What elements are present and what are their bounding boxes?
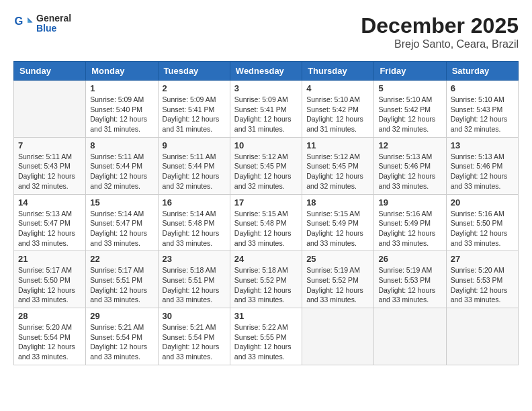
calendar-cell: 2Sunrise: 5:09 AM Sunset: 5:41 PM Daylig…: [158, 81, 230, 138]
day-number: 12: [378, 140, 441, 150]
calendar-cell: [446, 308, 518, 365]
calendar-cell: 10Sunrise: 5:12 AM Sunset: 5:45 PM Dayli…: [230, 137, 302, 194]
day-number: 15: [90, 197, 153, 208]
day-info: Sunrise: 5:11 AM Sunset: 5:44 PM Dayligh…: [90, 152, 153, 191]
calendar-header-saturday: Saturday: [446, 62, 518, 81]
day-info: Sunrise: 5:12 AM Sunset: 5:45 PM Dayligh…: [234, 152, 298, 191]
day-number: 1: [90, 83, 153, 93]
day-info: Sunrise: 5:18 AM Sunset: 5:52 PM Dayligh…: [234, 265, 298, 305]
calendar-cell: 11Sunrise: 5:12 AM Sunset: 5:45 PM Dayli…: [302, 137, 374, 194]
day-info: Sunrise: 5:16 AM Sunset: 5:50 PM Dayligh…: [451, 209, 514, 248]
day-number: 10: [234, 140, 298, 150]
calendar-cell: 30Sunrise: 5:21 AM Sunset: 5:54 PM Dayli…: [158, 308, 230, 365]
page-header: G General Blue December 2025 Brejo Santo…: [13, 13, 519, 50]
calendar-cell: 17Sunrise: 5:15 AM Sunset: 5:48 PM Dayli…: [230, 194, 302, 251]
day-number: 16: [163, 197, 226, 208]
calendar-header-tuesday: Tuesday: [158, 62, 230, 81]
calendar-header-friday: Friday: [374, 62, 446, 81]
month-title: December 2025: [361, 13, 519, 38]
calendar-cell: 3Sunrise: 5:09 AM Sunset: 5:41 PM Daylig…: [230, 81, 302, 138]
calendar-cell: 16Sunrise: 5:14 AM Sunset: 5:48 PM Dayli…: [158, 194, 230, 251]
day-number: 17: [234, 197, 298, 208]
day-number: 27: [451, 254, 514, 264]
day-info: Sunrise: 5:13 AM Sunset: 5:47 PM Dayligh…: [18, 209, 81, 248]
day-info: Sunrise: 5:15 AM Sunset: 5:48 PM Dayligh…: [234, 209, 298, 248]
day-info: Sunrise: 5:12 AM Sunset: 5:45 PM Dayligh…: [306, 152, 369, 191]
calendar-cell: 20Sunrise: 5:16 AM Sunset: 5:50 PM Dayli…: [446, 194, 518, 251]
calendar-cell: 29Sunrise: 5:21 AM Sunset: 5:54 PM Dayli…: [86, 308, 158, 365]
day-info: Sunrise: 5:19 AM Sunset: 5:53 PM Dayligh…: [378, 265, 441, 305]
calendar-cell: 31Sunrise: 5:22 AM Sunset: 5:55 PM Dayli…: [230, 308, 302, 365]
day-info: Sunrise: 5:11 AM Sunset: 5:43 PM Dayligh…: [18, 152, 81, 191]
day-info: Sunrise: 5:21 AM Sunset: 5:54 PM Dayligh…: [163, 322, 226, 362]
day-number: 21: [18, 254, 81, 264]
day-info: Sunrise: 5:20 AM Sunset: 5:54 PM Dayligh…: [18, 322, 81, 362]
calendar-cell: 15Sunrise: 5:14 AM Sunset: 5:47 PM Dayli…: [86, 194, 158, 251]
calendar-cell: 14Sunrise: 5:13 AM Sunset: 5:47 PM Dayli…: [14, 194, 86, 251]
calendar-cell: [302, 308, 374, 365]
day-number: 8: [90, 140, 153, 150]
calendar-cell: 25Sunrise: 5:19 AM Sunset: 5:52 PM Dayli…: [302, 251, 374, 308]
calendar-cell: 19Sunrise: 5:16 AM Sunset: 5:49 PM Dayli…: [374, 194, 446, 251]
day-info: Sunrise: 5:13 AM Sunset: 5:46 PM Dayligh…: [378, 152, 441, 191]
day-info: Sunrise: 5:09 AM Sunset: 5:41 PM Dayligh…: [163, 95, 226, 134]
logo-text: General Blue: [36, 13, 71, 34]
calendar-cell: 6Sunrise: 5:10 AM Sunset: 5:43 PM Daylig…: [446, 81, 518, 138]
calendar-week-5: 28Sunrise: 5:20 AM Sunset: 5:54 PM Dayli…: [14, 308, 519, 365]
day-info: Sunrise: 5:21 AM Sunset: 5:54 PM Dayligh…: [90, 322, 153, 362]
calendar-cell: 5Sunrise: 5:10 AM Sunset: 5:42 PM Daylig…: [374, 81, 446, 138]
logo: G General Blue: [13, 13, 71, 34]
calendar-cell: 13Sunrise: 5:13 AM Sunset: 5:46 PM Dayli…: [446, 137, 518, 194]
day-number: 31: [234, 311, 298, 321]
calendar-cell: 8Sunrise: 5:11 AM Sunset: 5:44 PM Daylig…: [86, 137, 158, 194]
calendar-cell: 23Sunrise: 5:18 AM Sunset: 5:51 PM Dayli…: [158, 251, 230, 308]
day-info: Sunrise: 5:14 AM Sunset: 5:47 PM Dayligh…: [90, 209, 153, 248]
day-number: 19: [378, 197, 441, 208]
day-number: 7: [18, 140, 81, 150]
day-info: Sunrise: 5:19 AM Sunset: 5:52 PM Dayligh…: [306, 265, 369, 305]
calendar-header-row: SundayMondayTuesdayWednesdayThursdayFrid…: [14, 62, 519, 81]
calendar-cell: 4Sunrise: 5:10 AM Sunset: 5:42 PM Daylig…: [302, 81, 374, 138]
calendar-header-monday: Monday: [86, 62, 158, 81]
day-info: Sunrise: 5:10 AM Sunset: 5:43 PM Dayligh…: [451, 95, 514, 134]
day-info: Sunrise: 5:11 AM Sunset: 5:44 PM Dayligh…: [163, 152, 226, 191]
calendar-cell: 28Sunrise: 5:20 AM Sunset: 5:54 PM Dayli…: [14, 308, 86, 365]
day-number: 23: [163, 254, 226, 264]
calendar-header-thursday: Thursday: [302, 62, 374, 81]
day-number: 30: [163, 311, 226, 321]
day-number: 22: [90, 254, 153, 264]
logo-blue: Blue: [36, 24, 71, 34]
calendar-week-1: 1Sunrise: 5:09 AM Sunset: 5:40 PM Daylig…: [14, 81, 519, 138]
day-number: 25: [306, 254, 369, 264]
day-number: 3: [234, 83, 298, 93]
calendar-cell: 22Sunrise: 5:17 AM Sunset: 5:51 PM Dayli…: [86, 251, 158, 308]
day-number: 11: [306, 140, 369, 150]
svg-text:G: G: [15, 15, 24, 27]
day-number: 5: [378, 83, 441, 93]
day-info: Sunrise: 5:22 AM Sunset: 5:55 PM Dayligh…: [234, 322, 298, 362]
calendar-cell: 27Sunrise: 5:20 AM Sunset: 5:53 PM Dayli…: [446, 251, 518, 308]
day-number: 2: [163, 83, 226, 93]
day-number: 29: [90, 311, 153, 321]
day-info: Sunrise: 5:10 AM Sunset: 5:42 PM Dayligh…: [378, 95, 441, 134]
day-info: Sunrise: 5:14 AM Sunset: 5:48 PM Dayligh…: [163, 209, 226, 248]
day-info: Sunrise: 5:17 AM Sunset: 5:50 PM Dayligh…: [18, 265, 81, 305]
calendar-week-4: 21Sunrise: 5:17 AM Sunset: 5:50 PM Dayli…: [14, 251, 519, 308]
day-number: 28: [18, 311, 81, 321]
day-number: 14: [18, 197, 81, 208]
calendar-cell: [374, 308, 446, 365]
day-number: 24: [234, 254, 298, 264]
calendar-cell: 1Sunrise: 5:09 AM Sunset: 5:40 PM Daylig…: [86, 81, 158, 138]
calendar-cell: 26Sunrise: 5:19 AM Sunset: 5:53 PM Dayli…: [374, 251, 446, 308]
day-number: 13: [451, 140, 514, 150]
calendar-cell: 7Sunrise: 5:11 AM Sunset: 5:43 PM Daylig…: [14, 137, 86, 194]
day-number: 20: [451, 197, 514, 208]
location-title: Brejo Santo, Ceara, Brazil: [361, 38, 519, 50]
calendar-week-3: 14Sunrise: 5:13 AM Sunset: 5:47 PM Dayli…: [14, 194, 519, 251]
logo-icon: G: [13, 13, 34, 34]
calendar-cell: 21Sunrise: 5:17 AM Sunset: 5:50 PM Dayli…: [14, 251, 86, 308]
day-info: Sunrise: 5:10 AM Sunset: 5:42 PM Dayligh…: [306, 95, 369, 134]
calendar-cell: 12Sunrise: 5:13 AM Sunset: 5:46 PM Dayli…: [374, 137, 446, 194]
day-number: 6: [451, 83, 514, 93]
day-info: Sunrise: 5:09 AM Sunset: 5:40 PM Dayligh…: [90, 95, 153, 134]
